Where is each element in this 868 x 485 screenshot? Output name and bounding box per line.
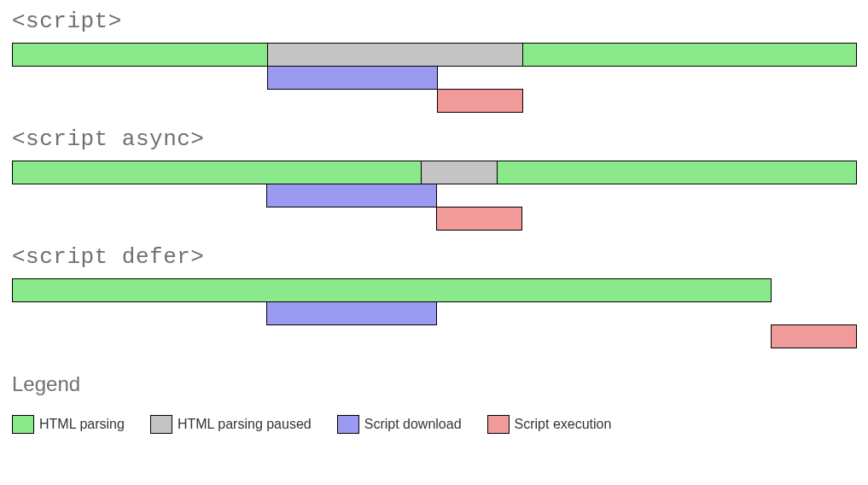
legend-item-download: Script download	[337, 415, 462, 434]
script-execution-bar	[436, 207, 522, 231]
legend-label-exec: Script execution	[515, 417, 612, 432]
legend-swatch-parsing	[12, 415, 34, 434]
legend-swatch-download	[337, 415, 359, 434]
html-parsing-bar	[522, 43, 857, 67]
script-async-section: <script async>	[12, 126, 856, 231]
script-async-row-1	[12, 184, 857, 207]
diagram-container: <script><script async><script defer>Lege…	[12, 9, 856, 434]
script-defer-row-2	[12, 324, 857, 348]
script-download-bar	[266, 184, 437, 207]
script-defer-timeline	[12, 278, 857, 302]
html-parsing-bar	[12, 278, 772, 302]
legend-item-exec: Script execution	[487, 415, 612, 434]
legend-row: HTML parsingHTML parsing pausedScript do…	[12, 415, 856, 434]
html-parsing-bar	[12, 43, 268, 67]
script-async-title: <script async>	[12, 126, 856, 152]
legend-label-paused: HTML parsing paused	[178, 417, 312, 432]
script-download-bar	[267, 66, 438, 90]
html-parsing-bar	[497, 161, 857, 184]
script-plain-row-1	[12, 66, 857, 90]
legend-label-parsing: HTML parsing	[39, 417, 125, 432]
script-download-bar	[266, 301, 437, 325]
html-parsing-paused-bar	[421, 161, 498, 184]
script-defer-title: <script defer>	[12, 244, 856, 270]
script-defer-section: <script defer>	[12, 244, 856, 348]
legend-swatch-exec	[487, 415, 510, 434]
script-async-timeline	[12, 161, 857, 184]
script-execution-bar	[437, 89, 523, 113]
script-plain-timeline	[12, 43, 857, 67]
legend-swatch-paused	[150, 415, 172, 434]
script-async-row-2	[12, 207, 857, 231]
script-plain-section: <script>	[12, 9, 856, 113]
legend-item-paused: HTML parsing paused	[150, 415, 312, 434]
legend-title: Legend	[12, 372, 856, 396]
script-plain-title: <script>	[12, 9, 856, 34]
html-parsing-paused-bar	[267, 43, 523, 67]
script-plain-row-2	[12, 89, 857, 113]
legend-item-parsing: HTML parsing	[12, 415, 125, 434]
legend-label-download: Script download	[364, 417, 462, 432]
script-execution-bar	[771, 324, 857, 348]
script-defer-row-1	[12, 301, 857, 325]
html-parsing-bar	[12, 161, 422, 184]
